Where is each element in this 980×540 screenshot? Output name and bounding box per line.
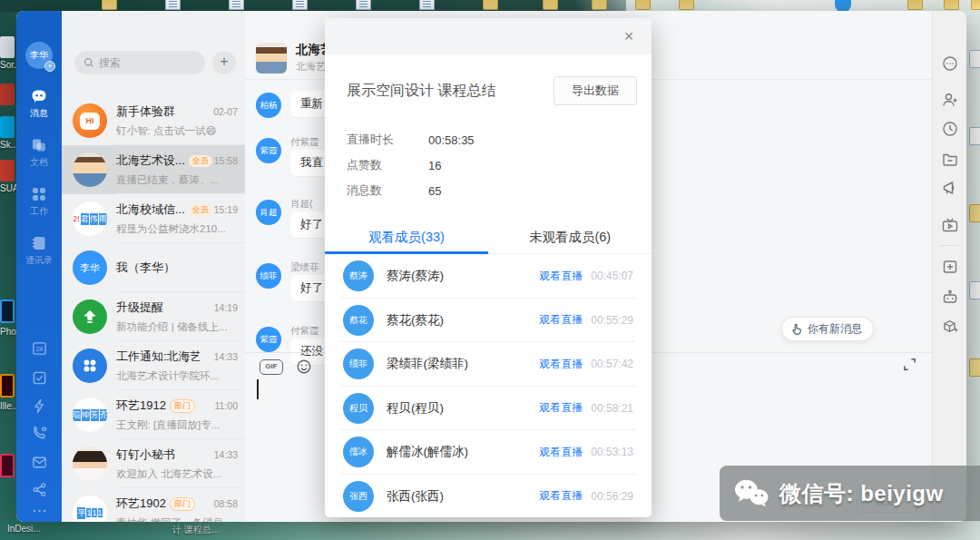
desktop-doc-icon[interactable] [969, 127, 980, 145]
tab-watched-members[interactable]: 观看成员(33) [325, 220, 488, 253]
chat-list-item[interactable]: 北海艺术设... 全员 15:58 直播已结束，蔡涛、... [62, 145, 245, 194]
sidebar-item-docs[interactable]: 文档 [16, 136, 62, 169]
desktop-doc-icon[interactable] [165, 0, 181, 10]
todo-check-icon[interactable] [16, 369, 62, 387]
desktop-doc-icon[interactable] [292, 0, 308, 10]
desktop-doc-icon[interactable] [356, 0, 371, 10]
watch-live-link[interactable]: 观看直播 [539, 488, 583, 504]
desktop-folder-icon[interactable] [944, 0, 959, 10]
message-avatar[interactable]: 柏杨 [256, 93, 281, 118]
plugin-cube-icon[interactable] [941, 318, 959, 339]
chat-preview: 钉小智: 点击试一试😄 [116, 124, 238, 138]
user-avatar-label: 李华 [30, 49, 48, 62]
robot-icon[interactable] [941, 288, 959, 309]
desktop-illustrator-icon[interactable] [0, 374, 15, 398]
message-avatar[interactable]: 肖超 [256, 200, 281, 225]
chat-list-item[interactable]: 琨坤芳齐 环艺1912 部门 11:00 王文刚: [直播回放]专... [62, 390, 245, 439]
calendar-icon[interactable]: 24 [16, 339, 62, 357]
modal-close-icon[interactable]: × [619, 26, 639, 46]
add-app-icon[interactable] [941, 258, 959, 280]
desktop-folder-icon[interactable] [592, 0, 607, 10]
new-message-pill[interactable]: 你有新消息 [781, 317, 874, 341]
watch-live-link[interactable]: 观看直播 [539, 400, 583, 416]
chat-avatar [73, 349, 107, 383]
desktop-folder-icon[interactable] [969, 358, 980, 377]
desktop-photoshop-icon[interactable] [0, 299, 15, 323]
live-summary-modal: × 展示空间设计 课程总结 导出数据 直播时长00:58:35 点赞数16 消息… [325, 18, 652, 517]
user-avatar[interactable]: 李华 + [25, 42, 53, 69]
sidebar-item-label: 工作 [16, 205, 62, 218]
stat-value: 00:58:35 [428, 133, 475, 147]
chat-time: 14:33 [214, 449, 238, 460]
search-input[interactable]: 搜索 [74, 51, 205, 74]
desktop-doc-icon[interactable] [969, 50, 980, 68]
stat-value: 16 [428, 159, 441, 172]
search-icon [83, 57, 94, 68]
desktop-app-icon[interactable] [0, 36, 15, 58]
chat-time: 15:58 [214, 155, 238, 166]
desktop-folder-icon[interactable] [971, 0, 980, 10]
mail-icon[interactable] [16, 454, 62, 471]
message-avatar[interactable]: 紫霞 [256, 138, 281, 163]
watch-live-link[interactable]: 观看直播 [539, 445, 583, 460]
tab-unwatched-members[interactable]: 未观看成员(6) [488, 220, 652, 253]
message-avatar[interactable]: 绩菲 [256, 263, 281, 289]
chat-list-item[interactable]: HI 新手体验群 02-07 钉小智: 点击试一试😄 [62, 96, 245, 145]
watch-live-link[interactable]: 观看直播 [539, 269, 583, 284]
chat-list-item[interactable]: 李华 我（李华） [62, 243, 245, 292]
chat-list-item[interactable]: 工作通知:北海艺... 14:33 北海艺术设计学院环... [62, 341, 245, 390]
history-clock-icon[interactable] [941, 120, 959, 142]
add-chat-button[interactable]: + [212, 51, 236, 74]
desktop-folder-icon[interactable] [483, 0, 498, 10]
chat-list-item[interactable]: 升级提醒 14:19 新功能介绍 | 储备线上... [62, 292, 245, 341]
desktop-folder-icon[interactable] [635, 0, 651, 10]
contacts-book-icon [30, 234, 48, 252]
pointer-hand-icon [790, 323, 803, 336]
live-video-icon[interactable] [941, 216, 959, 238]
message-avatar[interactable]: 紫霞 [256, 327, 281, 352]
member-avatar: 儒冰 [343, 437, 374, 467]
desktop-app-icon[interactable] [0, 160, 15, 182]
desktop-folder-icon[interactable] [969, 204, 980, 222]
desktop-folder-icon[interactable] [679, 0, 694, 10]
avatar-tile: 琨 [73, 409, 81, 421]
folder-icon[interactable] [941, 150, 959, 172]
desktop-doc-icon[interactable] [969, 281, 980, 299]
share-network-icon[interactable] [16, 481, 62, 498]
add-member-icon[interactable] [941, 91, 959, 113]
more-circle-icon[interactable] [941, 54, 959, 76]
conversation-avatar[interactable] [256, 43, 287, 74]
expand-icon[interactable] [902, 357, 917, 376]
desktop-folder-icon[interactable] [102, 0, 117, 10]
sidebar-item-work[interactable]: 工作 [16, 185, 62, 218]
sidebar-item-messages[interactable]: 消息 [16, 87, 62, 120]
desktop-app-icon[interactable] [0, 83, 15, 105]
watch-duration: 00:57:42 [591, 358, 633, 370]
watch-duration: 00:53:13 [591, 446, 633, 458]
avatar-tile: 伟 [90, 213, 98, 225]
desktop-app-icon[interactable] [0, 116, 15, 138]
member-row: 绩菲 梁绩菲(梁绩菲) 观看直播 00:57:42 [325, 342, 652, 387]
chat-list-item[interactable]: 平111 环艺1902 部门 08:58 素柚华 撤回了一条消息 [62, 488, 245, 522]
watch-live-link[interactable]: 观看直播 [539, 357, 583, 372]
avatar-tile: 芳 [91, 409, 99, 421]
emoji-button[interactable] [296, 358, 312, 378]
desktop-doc-icon[interactable] [229, 0, 244, 10]
desktop-folder-icon[interactable] [543, 0, 558, 10]
lightning-icon[interactable] [16, 398, 62, 415]
desktop-folder-icon[interactable] [907, 0, 923, 10]
more-dots-icon[interactable] [16, 506, 62, 515]
desktop-indesign-icon[interactable] [0, 454, 15, 477]
chat-name: 我（李华） [116, 260, 175, 276]
search-row: 搜索 + [74, 51, 236, 74]
desktop-doc-icon[interactable] [419, 0, 435, 10]
chat-list-item[interactable]: 2!君伟雨 北海校域信... 全员 15:19 程垦为公益树浇水210... [62, 194, 245, 243]
phone-call-icon[interactable] [16, 425, 62, 442]
export-data-button[interactable]: 导出数据 [554, 76, 637, 105]
stat-label: 点赞数 [347, 157, 428, 173]
watch-live-link[interactable]: 观看直播 [539, 312, 583, 328]
sidebar-item-contacts[interactable]: 通讯录 [16, 234, 62, 267]
chat-list-item[interactable]: 钉钉小秘书 14:33 欢迎加入 北海艺术设... [62, 439, 245, 488]
gif-button[interactable]: GIF [260, 359, 283, 375]
announcement-icon[interactable] [941, 179, 959, 201]
